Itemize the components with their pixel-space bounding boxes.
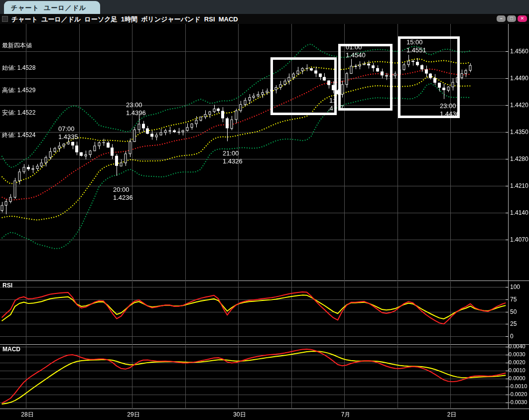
price-annotation: 21:001.4326 <box>223 149 243 165</box>
price-axis-label: 1.4350 <box>510 129 529 136</box>
annotation-time: 20:00 <box>113 186 133 194</box>
price-annotation: 15:001.4551 <box>406 38 426 54</box>
rsi-axis-label: 50 <box>510 308 517 315</box>
titlebar: チャート ユーロ／ドル ローソク足 1時間 ボリンジャーバンド RSI MACD… <box>0 14 529 24</box>
annotation-price: 1.4540 <box>346 51 366 59</box>
rsi-axis-label: 75 <box>510 296 517 303</box>
price-annotation: 23:001.4436 <box>440 102 460 118</box>
annotation-time: 01:00 <box>346 43 366 51</box>
macd-axis-label: -0.0030 <box>509 399 527 405</box>
annotation-time: 07:00 <box>58 125 78 133</box>
rsi-axis-label: 100 <box>510 283 520 290</box>
ohlc-legend-title: 最新四本値 <box>2 42 35 49</box>
ohlc-high: 高値: 1.4529 <box>2 87 35 94</box>
ohlc-low: 安値: 1.4522 <box>2 109 35 117</box>
annotation-time: 15:00 <box>406 38 426 46</box>
price-axis-label: 1.4140 <box>510 209 529 216</box>
annotation-price: 1.4551 <box>406 46 426 54</box>
annotation-price: 1.4396 <box>126 109 146 117</box>
date-axis-label: 7月 <box>335 411 357 419</box>
maximize-button[interactable]: □ <box>507 15 516 22</box>
date-axis-label: 30日 <box>229 411 251 419</box>
price-axis-label: 1.4070 <box>510 236 529 243</box>
price-annotation: 20:001.4236 <box>113 186 133 202</box>
annotation-time: 23:00 <box>440 102 460 110</box>
chart-title: チャート ユーロ／ドル ローソク足 1時間 ボリンジャーバンド RSI MACD <box>11 15 238 24</box>
macd-axis-label: -0.0020 <box>509 391 527 397</box>
ohlc-open: 始値: 1.4528 <box>2 64 35 72</box>
macd-axis-label: 0.0040 <box>509 343 526 349</box>
price-annotation: 23:001.4396 <box>126 101 146 117</box>
price-axis-label: 1.4490 <box>510 75 529 82</box>
annotation-price: 1.4236 <box>113 194 133 202</box>
tab-chart-eurusd[interactable]: チャート ユーロ／ドル <box>4 1 100 14</box>
tab-bar: チャート ユーロ／ドル <box>0 0 529 14</box>
price-axis-label: 1.4560 <box>510 48 529 55</box>
annotation-time: 21:00 <box>223 149 243 157</box>
annotation-time: 23:00 <box>126 101 146 109</box>
window-controls: － □ ✕ <box>497 15 527 22</box>
macd-axis-label: 0.0020 <box>509 359 526 365</box>
macd-axis-label: 0.0010 <box>509 367 526 373</box>
macd-axis-label: 0.0030 <box>509 351 526 357</box>
rsi-axis-label: 25 <box>510 320 517 327</box>
window-icon <box>2 16 8 22</box>
close-button[interactable]: ✕ <box>518 15 527 22</box>
ohlc-legend: 最新四本値 始値: 1.4528 高値: 1.4529 安値: 1.4522 終… <box>2 27 35 146</box>
annotation-price: 1.4326 <box>223 157 243 165</box>
price-axis-label: 1.4280 <box>510 155 529 162</box>
date-axis-label: 29日 <box>123 411 144 419</box>
price-annotation: 01:001.4540 <box>346 43 366 59</box>
rsi-axis-label: 0 <box>510 333 514 340</box>
price-axis-label: 1.4420 <box>510 102 529 109</box>
annotation-price: 1.4436 <box>440 110 460 118</box>
minimize-button[interactable]: － <box>497 15 506 22</box>
price-annotation: 07:001.4335 <box>58 125 78 141</box>
macd-panel-label: MACD <box>2 346 20 353</box>
annotation-price: 1.4335 <box>58 133 78 141</box>
macd-axis-label: -0.0010 <box>509 383 527 389</box>
date-axis-label: 2日 <box>441 411 463 419</box>
price-axis-label: 1.4210 <box>510 182 529 189</box>
macd-axis-label: 0.0000 <box>509 375 526 381</box>
date-axis-label: 28日 <box>16 411 38 419</box>
highlight-box[interactable] <box>270 57 337 115</box>
ohlc-close: 終値: 1.4524 <box>2 132 35 139</box>
rsi-panel-label: RSI <box>2 282 12 289</box>
